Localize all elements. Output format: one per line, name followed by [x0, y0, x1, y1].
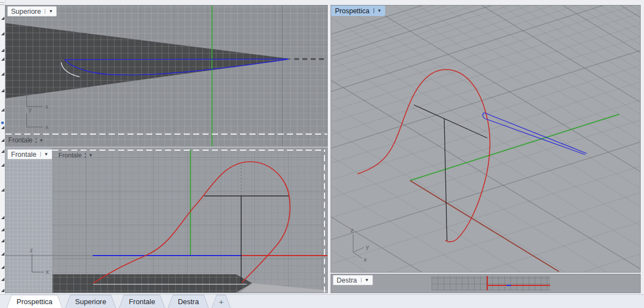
viewport-title-frontale[interactable]: Frontale ▼: [7, 149, 52, 160]
axis-label-y: y: [366, 243, 369, 250]
flyout-triangle-icon: [1, 163, 4, 167]
plus-icon: +: [211, 297, 231, 306]
viewport-title-superiore[interactable]: Superiore ▼: [7, 6, 57, 17]
chevron-down-icon[interactable]: ▼: [374, 8, 382, 13]
add-viewport-tab[interactable]: +: [211, 295, 231, 308]
flyout-triangle-icon: [1, 17, 4, 20]
flyout-triangle-icon: [1, 32, 4, 35]
flyout-triangle-icon: [1, 289, 4, 292]
tab-label: Superiore: [65, 298, 116, 306]
chevron-down-icon[interactable]: ▼: [40, 152, 49, 157]
red-axis-vertical: [487, 276, 488, 290]
axis-label-x: x: [364, 256, 367, 263]
viewport-superiore[interactable]: y x x Superiore ▼ Frontale ▼: [6, 6, 327, 146]
rhino-window: y x x Superiore ▼ Frontale ▼: [0, 0, 644, 308]
flyout-triangle-icon: [1, 278, 4, 281]
green-axis-line[interactable]: [410, 114, 619, 180]
ghost-viewport-label: Frontale ▼: [8, 136, 44, 144]
flyout-triangle-icon: [1, 108, 4, 111]
viewport-frontale[interactable]: z x Frontale ▼ Frontale ▼: [6, 148, 327, 293]
flyout-triangle-icon: [1, 150, 4, 153]
wing-outline-curve-blue[interactable]: [61, 59, 289, 77]
axis-label-z: z: [350, 227, 354, 233]
tab-superiore[interactable]: Superiore: [65, 295, 116, 308]
viewport-tab-bar: ProspetticaSuperioreFrontaleDestra+: [0, 294, 644, 308]
red-baseline: [487, 285, 550, 286]
tab-label: Prospettica: [7, 298, 62, 306]
flyout-triangle-icon: [1, 126, 4, 129]
flyout-triangle-icon: [1, 216, 4, 219]
perspective-ground-grid: [331, 6, 640, 272]
toolbar-edge-strip: [0, 0, 6, 294]
blue-chord-segment: [507, 285, 511, 286]
flyout-triangle-icon: [1, 265, 4, 269]
toolbar-dot-icon: [1, 121, 4, 124]
flyout-triangle-icon: [1, 239, 4, 242]
flyout-triangle-icon: [1, 139, 4, 142]
inner-frame-dash-right: [324, 150, 325, 293]
viewport-title-label: Frontale: [11, 151, 36, 158]
frontale-outer-grid: [6, 148, 52, 293]
viewport-title-label: Destra: [337, 277, 357, 284]
viewport-prospettica[interactable]: z y x Prospettica ▼: [331, 6, 640, 272]
viewport-title-prospettica[interactable]: Prospettica ▼: [331, 6, 385, 16]
viewport-destra[interactable]: Destra ▼: [331, 274, 640, 293]
chevron-down-icon[interactable]: ▼: [45, 9, 53, 14]
flyout-triangle-icon: [1, 57, 4, 61]
chevron-down-icon: ▼: [36, 138, 44, 143]
frontale-inner-grid: [52, 148, 327, 293]
profile-curve-red-3d[interactable]: [358, 70, 490, 242]
flyout-triangle-icon: [1, 72, 4, 76]
chevron-down-icon[interactable]: ▼: [361, 278, 369, 283]
tab-label: Destra: [168, 298, 209, 306]
superiore-canvas: y x x: [6, 6, 327, 146]
ghost-viewport-label: Frontale ▼: [58, 152, 93, 158]
tab-frontale[interactable]: Frontale: [119, 295, 165, 308]
viewport-title-destra[interactable]: Destra ▼: [333, 275, 373, 285]
prospettica-canvas: z y x: [331, 6, 640, 272]
wing-outline-blue-3d[interactable]: [483, 113, 587, 155]
axis-triad-icon: [353, 234, 364, 258]
axis-label-x: x: [45, 124, 49, 130]
drag-outline-dash: [6, 134, 327, 135]
flyout-triangle-icon: [1, 89, 4, 92]
toolbar-grip-icon: [0, 2, 4, 5]
tab-label: Frontale: [119, 298, 165, 306]
flyout-triangle-icon: [1, 252, 4, 256]
axis-label-y: y: [29, 106, 32, 113]
tab-destra[interactable]: Destra: [168, 295, 209, 308]
viewport-title-label: Prospettica: [335, 7, 370, 15]
inner-frame-dash-top: [52, 150, 324, 151]
flyout-triangle-icon: [1, 49, 4, 52]
destra-grid: [432, 276, 550, 290]
flyout-triangle-icon: [1, 188, 4, 192]
viewport-title-label: Superiore: [11, 8, 41, 15]
tab-prospettica[interactable]: Prospettica: [7, 295, 62, 308]
chevron-down-icon: ▼: [85, 153, 93, 158]
axis-label-x: x: [45, 103, 49, 110]
black-construction-lines[interactable]: [414, 105, 487, 241]
red-axis-line[interactable]: [410, 180, 559, 272]
flyout-triangle-icon: [1, 228, 4, 231]
